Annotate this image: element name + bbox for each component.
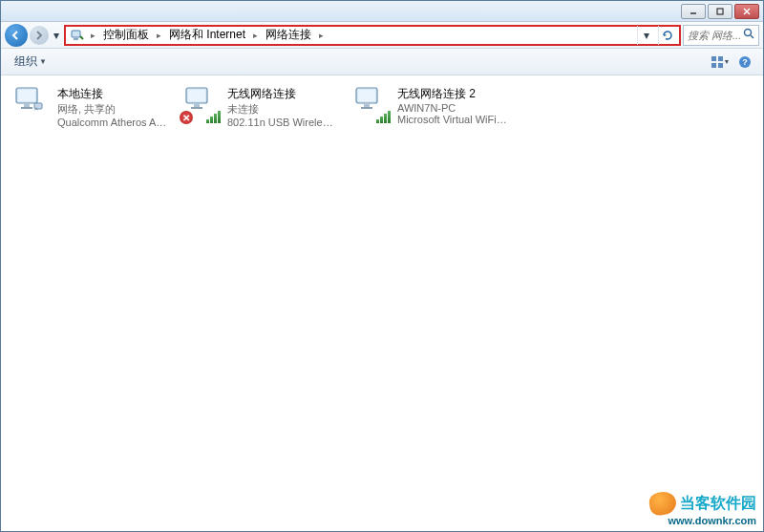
ethernet-icon <box>13 86 52 124</box>
svg-rect-15 <box>21 107 32 109</box>
content-area: 本地连接 网络, 共享的 Qualcomm Atheros AR8151 P..… <box>1 75 763 531</box>
network-folder-icon <box>70 28 85 43</box>
connection-device: Microsoft Virtual WiFi Minipor... <box>397 114 508 125</box>
search-box[interactable] <box>683 25 759 46</box>
svg-rect-8 <box>711 63 716 68</box>
disconnected-x-icon: ✕ <box>180 111 193 124</box>
connection-item-local[interactable]: 本地连接 网络, 共享的 Qualcomm Atheros AR8151 P..… <box>11 83 171 131</box>
history-dropdown[interactable]: ▾ <box>51 24 62 47</box>
svg-rect-14 <box>24 104 30 107</box>
svg-line-5 <box>751 35 753 38</box>
svg-rect-23 <box>364 104 370 107</box>
toolbar-left: 组织 ▼ <box>9 51 53 73</box>
signal-bars-icon <box>206 111 223 126</box>
breadcrumb-arrow[interactable]: ▸ <box>317 31 326 40</box>
svg-rect-7 <box>718 56 723 61</box>
svg-rect-9 <box>718 63 723 68</box>
svg-rect-13 <box>18 90 35 101</box>
svg-rect-16 <box>34 103 42 109</box>
connection-status: 未连接 <box>227 102 338 117</box>
window: ▾ ▸ 控制面板 ▸ 网络和 Internet ▸ 网络连接 ▸ <box>0 0 764 532</box>
search-icon <box>743 28 754 42</box>
close-button[interactable] <box>734 4 759 19</box>
organize-menu[interactable]: 组织 ▼ <box>9 51 53 73</box>
forward-button[interactable] <box>30 26 49 45</box>
svg-rect-20 <box>191 107 202 109</box>
connection-status: 网络, 共享的 <box>57 102 168 117</box>
connection-device: 802.11n USB Wireless LAN Card <box>227 117 338 128</box>
breadcrumb-label: 网络连接 <box>265 27 311 43</box>
navbar: ▾ ▸ 控制面板 ▸ 网络和 Internet ▸ 网络连接 ▸ <box>1 22 763 49</box>
breadcrumb-arrow[interactable]: ▸ <box>155 31 163 40</box>
back-button[interactable] <box>5 24 28 47</box>
chevron-down-icon: ▼ <box>39 57 47 66</box>
toolbar-right: ▼ ? <box>710 52 755 73</box>
connection-details: 本地连接 网络, 共享的 Qualcomm Atheros AR8151 P..… <box>57 86 168 128</box>
connection-device: Qualcomm Atheros AR8151 P... <box>57 117 168 128</box>
breadcrumb-label: 控制面板 <box>103 27 149 43</box>
svg-rect-18 <box>188 90 205 101</box>
refresh-button[interactable] <box>658 26 675 45</box>
svg-rect-24 <box>361 107 372 109</box>
titlebar <box>1 1 763 22</box>
chevron-down-icon: ▼ <box>724 58 731 65</box>
connection-details: 无线网络连接 2 AWIN7N-PC Microsoft Virtual WiF… <box>397 86 508 125</box>
connection-title: 无线网络连接 <box>227 86 338 102</box>
connection-details: 无线网络连接 未连接 802.11n USB Wireless LAN Card <box>227 86 338 128</box>
breadcrumb-item-network-connections[interactable]: 网络连接 <box>264 27 313 44</box>
svg-rect-19 <box>194 104 200 107</box>
connection-title: 本地连接 <box>57 86 168 102</box>
connection-status: AWIN7N-PC <box>397 102 508 114</box>
svg-rect-3 <box>74 38 78 40</box>
minimize-button[interactable] <box>681 4 706 19</box>
connection-item-wireless[interactable]: ✕ 无线网络连接 未连接 802.11n USB Wireless LAN Ca… <box>180 83 341 131</box>
svg-rect-1 <box>717 9 723 14</box>
svg-rect-22 <box>358 90 375 101</box>
search-input[interactable] <box>688 30 740 41</box>
address-bar[interactable]: ▸ 控制面板 ▸ 网络和 Internet ▸ 网络连接 ▸ ▾ <box>64 25 681 46</box>
addressbar-dropdown[interactable]: ▾ <box>637 26 654 45</box>
wifi-icon <box>353 86 392 124</box>
organize-label: 组织 <box>14 53 37 70</box>
toolbar: 组织 ▼ ▼ ? <box>1 49 763 75</box>
breadcrumb-item-control-panel[interactable]: 控制面板 <box>101 27 151 44</box>
connection-title: 无线网络连接 2 <box>397 86 508 102</box>
titlebar-buttons <box>681 4 763 19</box>
maximize-button[interactable] <box>708 4 732 19</box>
svg-rect-6 <box>711 56 716 61</box>
svg-rect-2 <box>72 31 80 37</box>
connection-item-wireless-2[interactable]: 无线网络连接 2 AWIN7N-PC Microsoft Virtual WiF… <box>350 83 511 128</box>
signal-bars-icon <box>376 111 393 126</box>
breadcrumb-item-network-internet[interactable]: 网络和 Internet <box>167 27 247 44</box>
help-button[interactable]: ? <box>734 52 755 73</box>
breadcrumb-label: 网络和 Internet <box>169 27 245 43</box>
svg-point-4 <box>745 30 752 36</box>
breadcrumb-arrow[interactable]: ▸ <box>251 31 260 40</box>
view-options-button[interactable]: ▼ <box>710 52 731 73</box>
svg-text:?: ? <box>742 57 748 67</box>
breadcrumb-root-arrow[interactable]: ▸ <box>89 31 97 40</box>
wifi-disconnected-icon: ✕ <box>183 86 222 124</box>
